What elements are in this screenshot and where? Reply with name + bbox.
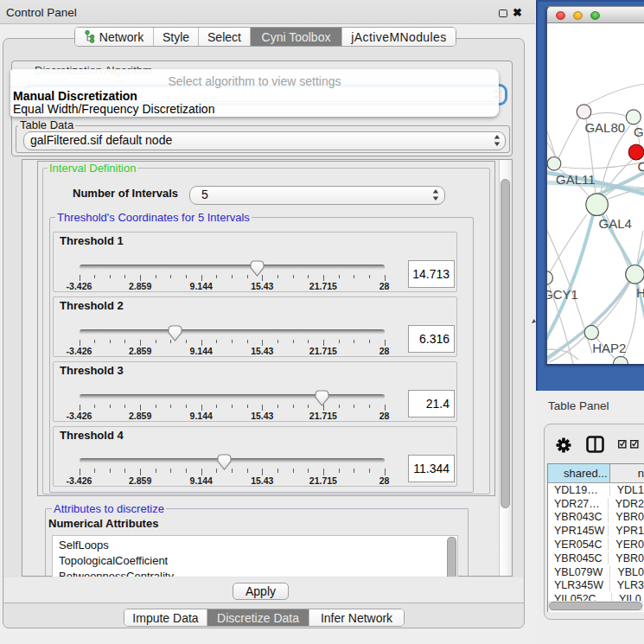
svg-text:GAL80: GAL80 bbox=[584, 120, 625, 135]
svg-text:GAL4: GAL4 bbox=[599, 216, 632, 231]
svg-text:C: C bbox=[638, 159, 644, 174]
svg-text:GAL11: GAL11 bbox=[556, 172, 596, 187]
svg-text:GCY1: GCY1 bbox=[547, 287, 578, 302]
svg-text:HAP2: HAP2 bbox=[592, 341, 626, 355]
svg-text:H: H bbox=[636, 285, 644, 300]
svg-text:GA: GA bbox=[634, 124, 644, 139]
